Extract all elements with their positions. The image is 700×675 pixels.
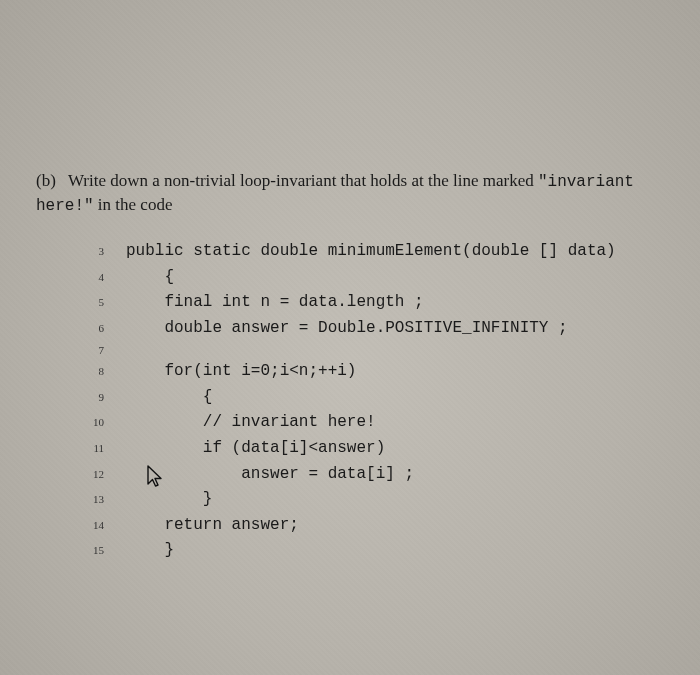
line-number: 13 <box>70 491 126 509</box>
code-text: double answer = Double.POSITIVE_INFINITY… <box>126 316 568 342</box>
code-line: 10 // invariant here! <box>70 410 670 436</box>
code-text: return answer; <box>126 513 299 539</box>
code-line: 15 } <box>70 538 670 564</box>
line-number: 6 <box>70 320 126 338</box>
code-text: final int n = data.length ; <box>126 290 424 316</box>
line-number: 5 <box>70 294 126 312</box>
line-number: 7 <box>70 342 126 360</box>
code-line: 3public static double minimumElement(dou… <box>70 239 670 265</box>
question-text-after: in the code <box>94 195 173 214</box>
question-text-before: Write down a non-trivial loop-invariant … <box>68 171 538 190</box>
code-text: answer = data[i] ; <box>126 462 414 488</box>
line-number: 12 <box>70 466 126 484</box>
code-text: if (data[i]<answer) <box>126 436 385 462</box>
code-line: 7 <box>70 342 670 360</box>
code-line: 5 final int n = data.length ; <box>70 290 670 316</box>
question-label: (b) <box>36 170 64 193</box>
code-line: 6 double answer = Double.POSITIVE_INFINI… <box>70 316 670 342</box>
code-line: 11 if (data[i]<answer) <box>70 436 670 462</box>
question-prompt: (b) Write down a non-trivial loop-invari… <box>36 170 662 217</box>
line-number: 14 <box>70 517 126 535</box>
code-block: 3public static double minimumElement(dou… <box>70 239 670 564</box>
code-line: 9 { <box>70 385 670 411</box>
code-line: 14 return answer; <box>70 513 670 539</box>
code-text: } <box>126 538 174 564</box>
code-text: } <box>126 487 212 513</box>
line-number: 15 <box>70 542 126 560</box>
line-number: 8 <box>70 363 126 381</box>
code-line: 12 answer = data[i] ; <box>70 462 670 488</box>
page: (b) Write down a non-trivial loop-invari… <box>0 0 700 675</box>
code-text: { <box>126 385 212 411</box>
code-text: public static double minimumElement(doub… <box>126 239 616 265</box>
line-number: 9 <box>70 389 126 407</box>
line-number: 10 <box>70 414 126 432</box>
line-number: 4 <box>70 269 126 287</box>
line-number: 3 <box>70 243 126 261</box>
code-text: // invariant here! <box>126 410 376 436</box>
code-text: { <box>126 265 174 291</box>
code-text: for(int i=0;i<n;++i) <box>126 359 356 385</box>
code-line: 8 for(int i=0;i<n;++i) <box>70 359 670 385</box>
code-line: 13 } <box>70 487 670 513</box>
code-line: 4 { <box>70 265 670 291</box>
line-number: 11 <box>70 440 126 458</box>
